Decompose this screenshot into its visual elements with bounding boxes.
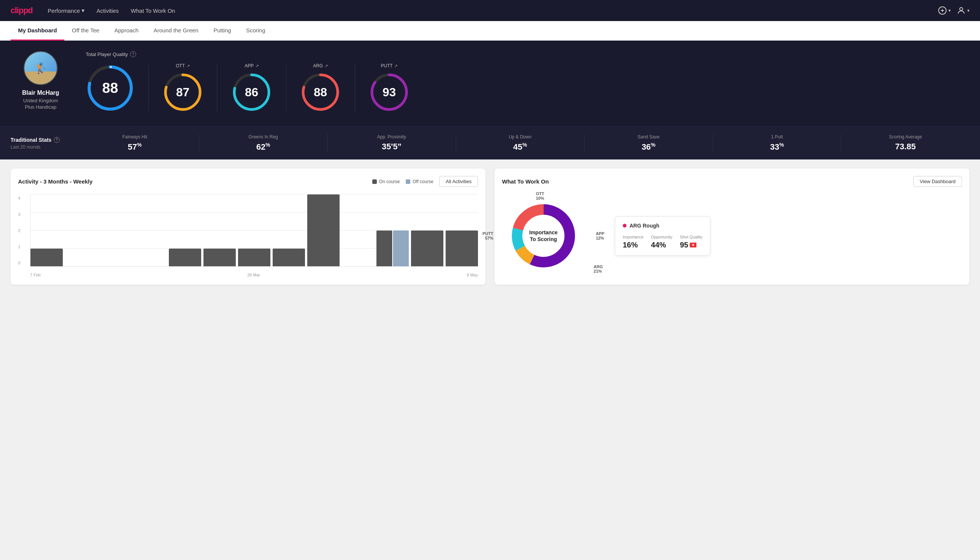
- logo: clippd: [10, 6, 33, 15]
- score-putt: PUTT ↗ 93: [355, 63, 423, 113]
- bar-group-2: [100, 195, 132, 266]
- help-icon[interactable]: ?: [130, 51, 136, 57]
- ott-donut-label: OTT 10%: [536, 192, 544, 200]
- y-label-0: 0: [18, 261, 20, 265]
- view-dashboard-button[interactable]: View Dashboard: [913, 176, 962, 187]
- total-quality-label: Total Player Quality ?: [86, 51, 970, 57]
- what-to-work-on-card: What To Work On View Dashboard OTT 10% A…: [494, 168, 970, 285]
- bar-oncourse-11: [411, 230, 443, 267]
- player-country: United Kingdom: [23, 98, 58, 103]
- activity-card-header: Activity - 3 Months - Weekly On course O…: [18, 176, 478, 187]
- wtwo-card-header: What To Work On View Dashboard: [502, 176, 962, 187]
- x-label-feb: 7 Feb: [30, 273, 41, 277]
- dashboard-section: 🏌️ Blair McHarg United Kingdom Plus Hand…: [0, 41, 980, 127]
- x-label-may: 9 May: [467, 273, 478, 277]
- stats-title: Traditional Stats ?: [10, 137, 71, 143]
- bar-group-10: [376, 195, 409, 266]
- stats-items: Fairways Hit 57% Greens In Reg 62% App. …: [71, 134, 970, 152]
- bar-offcourse-10: [393, 230, 409, 267]
- stat-scoring-average: Scoring Average 73.85: [841, 134, 970, 152]
- arg-rough-info-card: ARG Rough Importance 16% Opportunity 44%: [615, 216, 710, 256]
- user-menu[interactable]: ▾: [957, 6, 970, 15]
- stats-help-icon[interactable]: ?: [54, 137, 60, 143]
- player-name: Blair McHarg: [22, 90, 60, 96]
- bar-group-8: [307, 195, 339, 266]
- shot-quality-metric: Shot Quality 95 ▼: [680, 235, 702, 249]
- player-handicap: Plus Handicap: [25, 104, 57, 110]
- all-activities-button[interactable]: All Activities: [439, 176, 478, 187]
- opportunity-metric: Opportunity 44%: [651, 235, 672, 249]
- nav-activities[interactable]: Activities: [97, 8, 119, 14]
- tab-scoring[interactable]: Scoring: [238, 21, 273, 41]
- activity-chart-card: Activity - 3 Months - Weekly On course O…: [10, 168, 486, 285]
- traditional-stats-section: Traditional Stats ? Last 20 rounds Fairw…: [0, 127, 980, 160]
- down-badge: ▼: [690, 243, 696, 247]
- bottom-cards: Activity - 3 Months - Weekly On course O…: [0, 160, 980, 294]
- bar-group-1: [65, 195, 97, 266]
- y-label-4: 4: [18, 196, 20, 200]
- info-metrics: Importance 16% Opportunity 44% Shot Qual…: [623, 235, 702, 249]
- player-info: 🏌️ Blair McHarg United Kingdom Plus Hand…: [10, 51, 71, 110]
- donut-section: OTT 10% APP 12% ARG 21% PUTT 57%: [502, 195, 962, 277]
- legend-on-course: On course: [372, 179, 400, 184]
- bar-oncourse-10: [376, 230, 392, 267]
- nav-performance[interactable]: Performance ▾: [48, 7, 85, 14]
- header-actions: ▾ ▾: [938, 6, 970, 15]
- tab-my-dashboard[interactable]: My Dashboard: [10, 21, 64, 41]
- red-dot-icon: [623, 224, 627, 228]
- stat-1-putt: 1 Putt 33%: [713, 134, 842, 152]
- legend-off-course: Off course: [406, 179, 433, 184]
- player-section: 🏌️ Blair McHarg United Kingdom Plus Hand…: [10, 51, 970, 113]
- info-card-title: ARG Rough: [623, 223, 702, 229]
- score-total: 88: [86, 63, 148, 112]
- bar-oncourse-5: [203, 248, 236, 267]
- bar-oncourse-12: [446, 230, 478, 267]
- score-app: APP ↗ 86: [217, 63, 286, 113]
- tab-around-the-green[interactable]: Around the Green: [146, 21, 206, 41]
- stat-fairways-hit: Fairways Hit 57%: [71, 134, 199, 152]
- putt-label: PUTT ↗: [381, 63, 398, 68]
- bar-group-0: [30, 195, 63, 266]
- donut-center-text: ImportanceTo Scoring: [529, 229, 557, 243]
- score-ott: OTT ↗ 87: [148, 63, 217, 113]
- circle-putt: 93: [369, 72, 410, 113]
- stat-sand-save: Sand Save 36%: [584, 134, 713, 152]
- bar-group-9: [342, 195, 374, 266]
- circle-total: 88: [86, 63, 135, 112]
- stat-up-down: Up & Down 45%: [456, 134, 585, 152]
- score-arg: ARG ↗ 88: [286, 63, 355, 113]
- stat-greens-in-reg: Greens In Reg 62%: [199, 134, 328, 152]
- bar-group-11: [411, 195, 443, 266]
- tab-approach[interactable]: Approach: [107, 21, 146, 41]
- bar-group-7: [273, 195, 305, 266]
- bar-oncourse-7: [273, 248, 305, 267]
- stats-subtitle: Last 20 rounds: [10, 144, 71, 150]
- score-circles: 88 OTT ↗ 87: [86, 63, 970, 113]
- chart-area: [30, 195, 478, 267]
- x-label-mar: 28 Mar: [247, 273, 260, 277]
- tab-off-the-tee[interactable]: Off the Tee: [64, 21, 107, 41]
- y-label-2: 2: [18, 228, 20, 233]
- bar-oncourse-0: [30, 248, 63, 267]
- bar-oncourse-6: [238, 248, 270, 267]
- legend-dot-oncourse: [372, 179, 377, 184]
- header: clippd Performance ▾ Activities What To …: [0, 0, 980, 21]
- importance-metric: Importance 16%: [623, 235, 644, 249]
- scores-section: Total Player Quality ? 88: [86, 51, 970, 113]
- bar-oncourse-4: [169, 248, 201, 267]
- activity-card-title: Activity - 3 Months - Weekly: [18, 178, 93, 185]
- bar-chart: 0 1 2 3 4 7 Feb 28 Mar 9 May: [18, 195, 478, 277]
- y-axis: 0 1 2 3 4: [18, 195, 20, 267]
- arg-donut-label: ARG 21%: [594, 264, 603, 273]
- main-nav: Performance ▾ Activities What To Work On: [48, 7, 175, 14]
- bar-group-6: [238, 195, 270, 266]
- page-tabs: My Dashboard Off the Tee Approach Around…: [0, 21, 980, 41]
- circle-arg: 88: [300, 72, 341, 113]
- donut-chart: ImportanceTo Scoring: [502, 195, 585, 277]
- add-button[interactable]: ▾: [938, 6, 951, 15]
- app-label: APP ↗: [245, 63, 258, 68]
- nav-what-to-work-on[interactable]: What To Work On: [131, 8, 175, 14]
- stats-label-group: Traditional Stats ? Last 20 rounds: [10, 137, 71, 150]
- y-label-1: 1: [18, 245, 20, 249]
- tab-putting[interactable]: Putting: [206, 21, 239, 41]
